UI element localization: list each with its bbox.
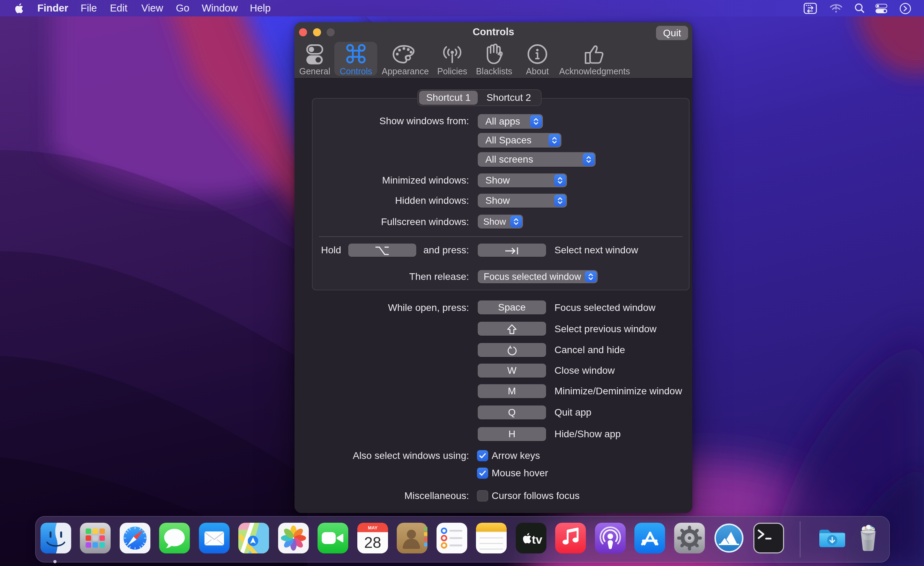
svg-text:MAY: MAY (368, 525, 378, 530)
svg-text:tv: tv (532, 533, 542, 546)
svg-text:28: 28 (364, 534, 381, 551)
